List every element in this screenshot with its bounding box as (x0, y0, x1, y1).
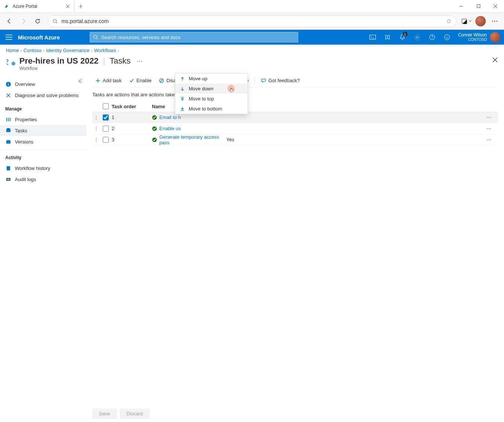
azure-logo-icon (4, 3, 10, 9)
nav-back[interactable] (3, 15, 16, 28)
svg-point-3 (492, 20, 493, 22)
sidebar-item-audit[interactable]: Audit logs (0, 174, 86, 185)
drag-handle-icon[interactable]: ⋮ (92, 126, 100, 131)
favorite-icon[interactable] (446, 19, 452, 24)
svg-rect-19 (6, 166, 10, 170)
sidebar-item-versions[interactable]: Versions (0, 136, 86, 147)
svg-point-10 (444, 35, 450, 40)
close-blade-button[interactable] (492, 57, 498, 64)
audit-icon (5, 176, 11, 182)
row-menu-icon[interactable]: ⋯ (479, 137, 498, 142)
enable-button[interactable]: Enable (126, 76, 154, 85)
page-subtitle: Workflow (19, 66, 144, 71)
tab-title: Azure Portal (13, 4, 62, 9)
profile-avatar[interactable] (474, 15, 487, 28)
description-text: Tasks are actions that are actions taken… (92, 87, 498, 101)
browser-addressbar: ms.portal.azure.com (0, 13, 504, 30)
move-up-item[interactable]: Move up (175, 74, 248, 84)
azure-brand[interactable]: Microsoft Azure (18, 34, 75, 41)
task-link[interactable]: Generate temporary access pass (159, 134, 226, 145)
collapse-sidebar-icon[interactable] (78, 78, 83, 85)
svg-point-12 (447, 36, 448, 37)
sidebar-item-history[interactable]: Workflow history (0, 162, 86, 174)
browser-menu[interactable] (488, 15, 501, 28)
crumb-contoso[interactable]: Contoso (23, 48, 41, 53)
history-icon (5, 165, 11, 171)
sidebar-item-diagnose[interactable]: Diagnose and solve problems (0, 90, 86, 101)
close-tab-icon[interactable] (65, 4, 70, 9)
help-icon[interactable] (425, 30, 440, 45)
global-search[interactable] (90, 32, 298, 42)
sidebar-item-properties[interactable]: Properties (0, 114, 86, 125)
user-avatar (490, 32, 500, 42)
svg-rect-17 (6, 140, 10, 143)
nav-refresh[interactable] (31, 15, 44, 28)
header-order[interactable]: Task order (112, 104, 152, 109)
more-actions-icon[interactable]: ⋯ (135, 58, 144, 65)
row-menu-icon[interactable]: ⋯ (479, 126, 498, 131)
task-link[interactable]: Enable us (159, 126, 181, 131)
window-close[interactable] (487, 0, 504, 12)
svg-rect-21 (7, 178, 10, 180)
sidebar-label: Diagnose and solve problems (15, 93, 79, 98)
plus-icon (78, 4, 83, 9)
url-input[interactable]: ms.portal.azure.com (48, 15, 456, 27)
row-order: 2 (112, 126, 152, 131)
row-menu-icon[interactable]: ⋯ (479, 115, 498, 120)
crumb-idgov[interactable]: Identity Governance (46, 48, 89, 53)
window-titlebar: Azure Portal (0, 0, 504, 13)
feedback-face-icon[interactable] (440, 30, 454, 45)
user-menu[interactable]: Connie Wilson CONTOSO (454, 32, 504, 42)
svg-point-11 (446, 36, 446, 37)
move-to-bottom-item[interactable]: Move to bottom (175, 104, 248, 114)
notifications-icon[interactable]: 1 (395, 30, 410, 45)
svg-point-1 (53, 19, 57, 22)
tasks-table: Task order Name ⋮ 1 Email to h ⋯ ⋮ 2 (92, 101, 498, 145)
move-to-top-item[interactable]: Move to top (175, 94, 248, 104)
row-checkbox[interactable] (103, 137, 109, 143)
search-input[interactable] (101, 35, 295, 40)
table-row[interactable]: ⋮ 2 Enable us ⋯ (92, 123, 498, 134)
move-down-item[interactable]: Move down (175, 84, 248, 94)
search-icon (93, 35, 98, 40)
sidebar-label: Audit logs (15, 177, 36, 182)
status-ok-icon (152, 115, 157, 120)
settings-icon[interactable] (410, 30, 425, 45)
directories-icon[interactable] (380, 30, 395, 45)
sidebar: Overview Diagnose and solve problems Man… (0, 74, 86, 422)
discard-button[interactable]: Discard (120, 409, 150, 419)
nav-forward (17, 15, 30, 28)
row-checkbox[interactable] (103, 126, 109, 132)
table-row[interactable]: ⋮ 3 Generate temporary access pass Yes ⋯ (92, 134, 498, 145)
save-button[interactable]: Save (92, 409, 117, 419)
table-row[interactable]: ⋮ 1 Email to h ⋯ (92, 112, 498, 123)
azure-topbar: Microsoft Azure 1 Connie Wilson CONTOSO (0, 30, 504, 45)
new-tab-button[interactable] (74, 0, 87, 12)
cloud-shell-icon[interactable] (365, 30, 380, 45)
page-title: Pre-hires in US 2022 (19, 56, 99, 66)
svg-rect-15 (6, 129, 10, 132)
row-checkbox[interactable] (103, 115, 109, 120)
window-minimize[interactable] (453, 0, 470, 12)
feedback-button[interactable]: Got feedback? (258, 76, 303, 85)
drag-handle-icon[interactable]: ⋮ (92, 137, 100, 142)
drag-handle-icon[interactable]: ⋮ (92, 115, 100, 120)
versions-icon (5, 139, 11, 145)
task-link[interactable]: Email to h (159, 115, 181, 120)
crumb-workflows[interactable]: Workflows (94, 48, 117, 53)
status-ok-icon (152, 137, 157, 142)
sidebar-item-overview[interactable]: Overview (0, 78, 86, 90)
add-task-button[interactable]: Add task (92, 76, 125, 85)
browser-tab[interactable]: Azure Portal (0, 0, 74, 12)
select-all-checkbox[interactable] (103, 103, 109, 109)
collections-icon[interactable] (460, 15, 473, 28)
sidebar-item-tasks[interactable]: Tasks (0, 125, 86, 136)
sidebar-group-manage: Manage (0, 101, 86, 114)
user-org: CONTOSO (458, 38, 487, 42)
window-maximize[interactable] (470, 0, 487, 12)
portal-menu-button[interactable] (0, 30, 18, 45)
crumb-home[interactable]: Home (6, 48, 19, 53)
notification-badge: 1 (403, 32, 408, 36)
svg-rect-0 (477, 4, 480, 7)
toolbar: Add task Enable Disable Reorder Delete G… (92, 74, 498, 87)
